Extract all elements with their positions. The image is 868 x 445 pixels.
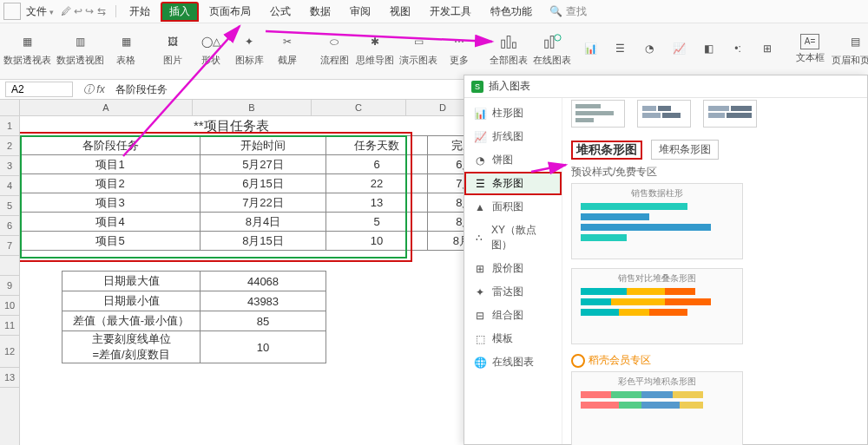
tab-formula[interactable]: 公式	[261, 2, 299, 22]
chart-category-list: 📊柱形图 📈折线图 ◔饼图 ☰条形图 ▲面积图 ∴XY（散点图） ⊞股价图 ✦雷…	[464, 98, 562, 444]
bar-chart-icon: ☰	[473, 178, 487, 190]
chart-mini-7[interactable]: ⊞	[755, 25, 779, 72]
section-premium: 稻壳会员专区	[562, 351, 867, 371]
cat-radar[interactable]: ✦雷达图	[464, 280, 562, 304]
tile-3[interactable]	[703, 100, 757, 128]
table-title: **项目任务表	[194, 116, 269, 135]
all-charts-button[interactable]: 全部图表	[490, 25, 528, 72]
insert-chart-panel: S 插入图表 📊柱形图 📈折线图 ◔饼图 ☰条形图 ▲面积图 ∴XY（散点图） …	[464, 75, 868, 445]
shapes-icon: ◯△	[199, 31, 223, 52]
textbox-button[interactable]: A=文本框	[793, 25, 826, 72]
mindmap-icon: ✱	[363, 31, 387, 52]
pivot-table-button[interactable]: ▦数据透视表	[3, 25, 51, 72]
more-icon: ⋯	[447, 31, 471, 52]
search-box[interactable]: 🔍 查找	[549, 4, 587, 19]
chart-mini-5[interactable]: ◧	[696, 25, 720, 72]
tab-view[interactable]: 视图	[381, 2, 419, 22]
chart-subtype-button[interactable]: 堆积条形图	[651, 140, 719, 160]
search-label: 查找	[566, 4, 587, 19]
header-days: 任务天数	[326, 136, 428, 155]
svg-rect-0	[502, 40, 505, 48]
tab-data[interactable]: 数据	[301, 2, 339, 22]
cat-combo[interactable]: ⊟组合图	[464, 304, 562, 327]
panel-title-text: 插入图表	[489, 79, 530, 94]
header-task: 各阶段任务	[21, 136, 201, 155]
svg-rect-2	[513, 42, 516, 47]
presentation-icon: ▭	[406, 31, 431, 52]
column-chart-icon: 📊	[473, 108, 487, 120]
table-icon: ▦	[114, 31, 138, 52]
tile-1[interactable]	[571, 100, 625, 128]
flowchart-button[interactable]: ⬭流程图	[318, 25, 351, 72]
cat-scatter[interactable]: ∴XY（散点图）	[464, 219, 562, 257]
search-icon: 🔍	[549, 5, 562, 17]
cat-pie[interactable]: ◔饼图	[464, 148, 562, 172]
name-box[interactable]	[5, 82, 73, 97]
svg-point-5	[555, 34, 561, 40]
header-footer-button[interactable]: ▤页眉和页脚	[832, 25, 868, 72]
cat-online[interactable]: 🌐在线图表	[464, 350, 562, 374]
tab-review[interactable]: 审阅	[341, 2, 379, 22]
tab-layout[interactable]: 页面布局	[201, 2, 260, 22]
cat-column[interactable]: 📊柱形图	[464, 101, 562, 125]
textbox-icon: A=	[800, 34, 819, 49]
app-logo	[3, 3, 21, 20]
screenshot-button[interactable]: ✂截屏	[271, 25, 304, 72]
fx-icon: ⓘ fx	[83, 82, 105, 97]
line-chart-icon: 📈	[473, 131, 487, 143]
mindmap-button[interactable]: ✱思维导图	[356, 25, 394, 72]
header-footer-icon: ▤	[844, 31, 868, 52]
bar-variant-tiles	[562, 98, 867, 134]
pivot-chart-button[interactable]: ▥数据透视图	[56, 25, 104, 72]
tab-start[interactable]: 开始	[121, 2, 159, 22]
more-button[interactable]: ⋯更多	[443, 25, 476, 72]
tab-insert[interactable]: 插入	[161, 2, 199, 22]
template-thumb-1[interactable]: 销售数据柱形	[571, 183, 743, 259]
pivot-chart-icon: ▥	[69, 31, 93, 52]
icons-icon: ✦	[237, 31, 261, 52]
svg-rect-1	[507, 36, 510, 48]
image-button[interactable]: 🖼图片	[156, 25, 189, 72]
cat-line[interactable]: 📈折线图	[464, 125, 562, 148]
screenshot-icon: ✂	[275, 31, 299, 52]
all-charts-icon	[496, 31, 521, 52]
chart-mini-1[interactable]: 📊	[578, 25, 602, 72]
area-chart-icon: ▲	[473, 201, 487, 213]
online-charts-icon	[540, 31, 564, 52]
chart-mini-2[interactable]: ☰	[608, 25, 632, 72]
tile-2[interactable]	[637, 100, 691, 128]
template-thumb-3[interactable]: 彩色平均堆积条形图	[571, 371, 743, 445]
icons-button[interactable]: ✦图标库	[233, 25, 266, 72]
panel-icon: S	[471, 81, 483, 93]
chart-type-title: 堆积条形图	[571, 141, 642, 160]
cat-bar[interactable]: ☰条形图	[464, 172, 562, 195]
cat-stock[interactable]: ⊞股价图	[464, 257, 562, 280]
cat-template[interactable]: ⬚模板	[464, 327, 562, 350]
svg-rect-3	[545, 40, 549, 48]
stock-chart-icon: ⊞	[473, 263, 487, 275]
svg-rect-4	[550, 36, 554, 48]
main-table[interactable]: 各阶段任务 开始时间 任务天数 完成时 项目15月27日66月1 项目26月15…	[20, 135, 508, 251]
shapes-button[interactable]: ◯△形状	[194, 25, 227, 72]
flowchart-icon: ⬭	[322, 31, 346, 52]
file-menu[interactable]: 文件	[26, 4, 54, 19]
online-charts-button[interactable]: 在线图表	[533, 25, 571, 72]
tab-feature[interactable]: 特色功能	[482, 2, 541, 22]
pivot-table-icon: ▦	[16, 31, 40, 52]
presentation-button[interactable]: ▭演示图表	[399, 25, 437, 72]
table-button[interactable]: ▦表格	[109, 25, 142, 72]
header-start: 开始时间	[201, 136, 326, 155]
pie-chart-icon: ◔	[473, 154, 487, 167]
chart-mini-4[interactable]: 📈	[667, 25, 691, 72]
cat-area[interactable]: ▲面积图	[464, 195, 562, 219]
online-chart-icon: 🌐	[473, 357, 487, 369]
template-icon: ⬚	[473, 333, 487, 345]
tab-dev[interactable]: 开发工具	[421, 2, 480, 22]
combo-chart-icon: ⊟	[473, 310, 487, 322]
chart-mini-6[interactable]: •:	[726, 25, 750, 72]
template-thumb-2[interactable]: 销售对比堆叠条形图	[571, 268, 743, 344]
radar-chart-icon: ✦	[473, 286, 487, 298]
toolbar-quick[interactable]: 🖉 ↩ ↪ ⇆	[61, 5, 106, 17]
chart-mini-3[interactable]: ◔	[637, 25, 661, 72]
stats-table[interactable]: 日期最大值44068 日期最小值43983 差值（最大值-最小值）85 主要刻度…	[62, 271, 326, 363]
